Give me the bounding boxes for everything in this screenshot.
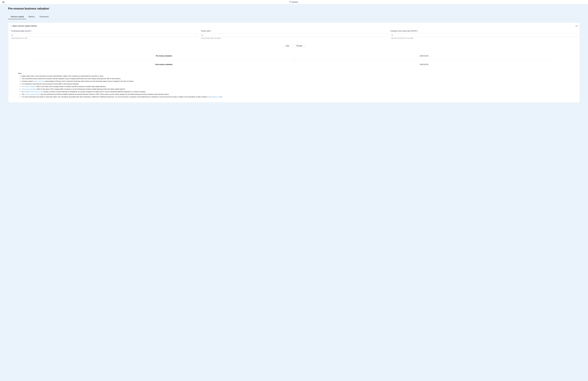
note-item: Post-money valuation refers to the value… [22, 88, 570, 90]
tab-scorecard[interactable]: Scorecard [37, 14, 51, 19]
postmoney-link[interactable]: Post-money valuation [22, 88, 36, 90]
field-equity: * Equity stake i Determine equity stake … [201, 30, 388, 39]
info-icon[interactable]: i [49, 7, 50, 8]
note-item: Pre-money valuation refers to the value … [22, 85, 570, 88]
esop-link[interactable]: employee stock option pool [24, 91, 42, 93]
results-table: Pre-money valuation USD $ 0.00 Post-mone… [34, 52, 554, 69]
esop-input[interactable] [390, 34, 578, 37]
postmoney-row: Post-money valuation USD $ 0.00 [34, 60, 554, 69]
simulate-button[interactable]: Simulate [294, 44, 305, 47]
form-row: * Fundraising target amount i Estimate t… [10, 30, 578, 39]
esop-label: Employee stock option plan (ESOP) i [390, 30, 578, 32]
note-item: The investment amount raised from invest… [22, 78, 570, 80]
note-item: Equity stake refers to the ownership of … [22, 75, 570, 77]
equity-label: * Equity stake i [201, 30, 388, 32]
card-header: Basic venture capital method [10, 25, 578, 27]
chevron-down-icon[interactable] [10, 25, 12, 27]
damodaran-link[interactable]: Damodaran, 2006 [209, 96, 222, 98]
logo-mark-icon [290, 1, 292, 3]
vc-method-link[interactable]: venture capital method [25, 93, 40, 95]
premoney-label: Pre-money valuation [34, 52, 294, 60]
page-content: Pre-revenue business valuation i Venture… [0, 4, 588, 107]
note-item: An employee stock option pool consists o… [22, 90, 570, 93]
postmoney-label: Post-money valuation [34, 60, 294, 69]
equity-ownership-link[interactable]: equity ownership [33, 80, 45, 82]
fundraising-hint: Estimate target amount in USD [10, 38, 198, 39]
field-esop: Employee stock option plan (ESOP) i Dete… [390, 30, 578, 39]
fundraising-label: * Fundraising target amount i [10, 30, 198, 32]
card-title-wrap[interactable]: Basic venture capital method [10, 25, 37, 27]
notes-title: Note: [18, 72, 570, 75]
notes-section: Note: Equity stake refers to the ownersh… [18, 72, 570, 98]
info-icon[interactable]: i [417, 30, 418, 31]
more-icon[interactable] [576, 26, 578, 26]
premoney-value: USD $ 0.00 [294, 52, 554, 60]
card-title: Basic venture capital method [13, 25, 37, 27]
note-item: "As some businesses are easier to value … [22, 96, 570, 98]
equity-hint: Determine equity stake in percentage [201, 38, 388, 39]
equity-input[interactable] [201, 34, 388, 37]
note-item: Investors require equity ownership (perc… [22, 80, 570, 83]
postmoney-value: USD $ 0.00 [294, 60, 554, 69]
note-item: The venture capital method was first int… [22, 93, 570, 95]
note-item: It is important to note that pre-money a… [22, 83, 570, 85]
tab-venture-capital[interactable]: Venture capital [8, 14, 26, 19]
app-logo[interactable]: lipidea [290, 1, 298, 3]
info-icon[interactable]: i [210, 30, 211, 31]
premoney-link[interactable]: Pre-money valuation [22, 85, 36, 87]
esop-hint: Determine stock option pool in percentag… [390, 38, 578, 39]
page-title: Pre-revenue business valuation i [8, 7, 580, 10]
action-buttons: Clear Simulate [10, 44, 578, 47]
fundraising-input[interactable] [10, 34, 198, 37]
field-fundraising: * Fundraising target amount i Estimate t… [10, 30, 198, 39]
tab-berkus[interactable]: Berkus [26, 14, 37, 19]
menu-icon[interactable] [2, 1, 4, 3]
clear-button[interactable]: Clear [283, 44, 292, 47]
tabs: Venture capital Berkus Scorecard [8, 14, 580, 19]
app-header: lipidea [0, 0, 588, 4]
info-icon[interactable]: i [31, 30, 32, 31]
premoney-row: Pre-money valuation USD $ 0.00 [34, 52, 554, 60]
logo-text: lipidea [292, 1, 298, 3]
method-card: Basic venture capital method * Fundraisi… [8, 23, 580, 103]
